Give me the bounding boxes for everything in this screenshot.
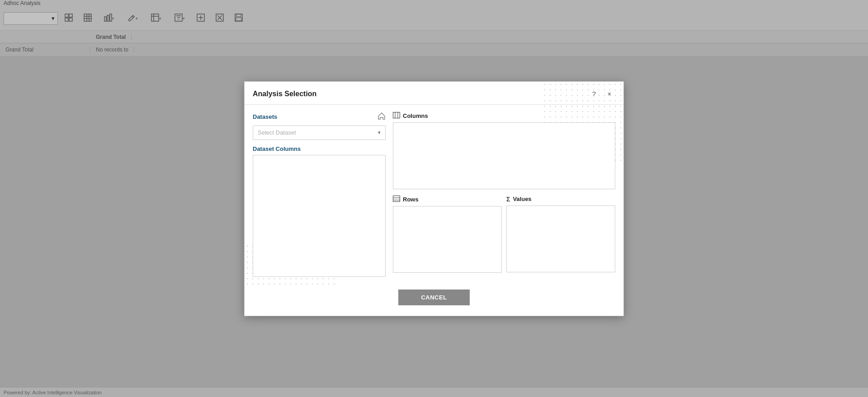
dataset-dropdown-arrow-icon: ▾	[378, 130, 381, 135]
datasets-section-header: Datasets	[253, 112, 386, 122]
columns-section-label: Columns	[393, 112, 615, 120]
analysis-selection-dialog: Analysis Selection ? × Datasets	[244, 81, 624, 316]
dialog-close-icon: ×	[608, 90, 612, 98]
rows-section: Rows	[393, 196, 502, 273]
values-label-text: Values	[513, 196, 531, 202]
rows-label-text: Rows	[403, 196, 419, 203]
svg-rect-31	[393, 196, 400, 201]
columns-drop-box	[393, 122, 615, 189]
dialog-title: Analysis Selection	[253, 90, 316, 98]
rows-drop-box	[393, 206, 502, 273]
modal-overlay: Analysis Selection ? × Datasets	[0, 0, 868, 397]
dataset-dropdown-placeholder: Select Dataset	[258, 129, 296, 136]
values-icon: Σ	[506, 196, 510, 203]
datasets-label: Datasets	[253, 113, 277, 120]
values-drop-box	[506, 206, 615, 272]
cancel-button[interactable]: CANCEL	[398, 290, 469, 305]
rows-section-label: Rows	[393, 196, 502, 203]
values-section: Σ Values	[506, 196, 615, 273]
columns-label-text: Columns	[403, 112, 428, 119]
values-section-label: Σ Values	[506, 196, 615, 203]
dialog-footer: CANCEL	[245, 284, 623, 313]
dataset-columns-list	[253, 155, 386, 277]
home-button[interactable]	[377, 112, 386, 122]
columns-section: Columns	[393, 112, 615, 196]
home-icon	[377, 114, 386, 121]
dataset-columns-label: Dataset Columns	[253, 145, 386, 152]
svg-rect-28	[393, 112, 400, 118]
columns-icon	[393, 112, 400, 120]
dialog-body: Datasets Select Dataset ▾ Dataset Column…	[245, 105, 623, 284]
dialog-close-button[interactable]: ×	[604, 88, 615, 100]
right-panel: Columns	[393, 112, 615, 277]
dialog-header-actions: ? ×	[588, 88, 615, 100]
help-button[interactable]: ?	[588, 88, 600, 100]
rows-values-sections: Rows Σ Values	[393, 196, 615, 273]
help-icon: ?	[592, 90, 596, 98]
left-panel: Datasets Select Dataset ▾ Dataset Column…	[253, 112, 393, 277]
dialog-header: Analysis Selection ? ×	[245, 82, 623, 105]
rows-icon	[393, 196, 400, 203]
dataset-dropdown[interactable]: Select Dataset ▾	[253, 126, 386, 140]
